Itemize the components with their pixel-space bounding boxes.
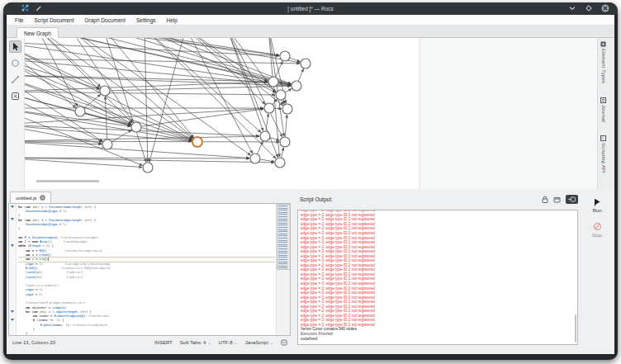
graph-node[interactable] [301,59,310,69]
right-sidebar-tabs: Element Types Journal Scripting API [597,38,614,189]
graph-node-selected[interactable] [192,137,202,147]
script-editor[interactable]: for (var i=0; i < Document.nodes.length;… [8,203,291,336]
close-tab-icon[interactable] [40,195,45,201]
graph-edge[interactable] [145,38,148,162]
window-title: [ untitled ]* — Rocs [3,6,618,12]
delete-tool[interactable] [9,90,21,102]
fold-marker[interactable] [11,206,14,208]
run-play-icon [593,198,601,206]
graph-toolbar [7,38,25,189]
pointer-icon [12,42,20,51]
run-controls: Run Stop [580,189,614,354]
editor-statusbar: Line 13, Column 20 INSERT Soft Tabs: 4⌄ … [8,336,291,348]
graph-edge[interactable] [149,38,186,162]
editor-minimap[interactable] [276,204,290,335]
encoding-select[interactable]: UTF-8⌄ [219,340,238,345]
graph-edge[interactable] [227,38,277,157]
language-select[interactable]: JavaScript⌄ [245,340,273,345]
graph-node[interactable] [131,122,141,132]
graph-node[interactable] [276,90,286,100]
script-output-console[interactable]: edge.type = 2: edge type ID 2 not regist… [297,210,578,345]
chevron-down-icon: ⌄ [235,340,238,345]
graph-node[interactable] [143,163,153,173]
graph-node[interactable] [292,81,301,91]
menu-settings[interactable]: Settings [136,17,156,23]
titlebar[interactable]: [ untitled ]* — Rocs [3,2,618,15]
graph-node[interactable] [280,51,290,61]
code-fold-margin[interactable] [9,204,17,335]
close-button[interactable] [601,4,609,12]
element-types-icon [600,41,606,47]
output-result-line: undefined [301,336,572,341]
graph-node[interactable] [260,131,270,141]
graph-edge[interactable] [186,38,253,154]
fold-marker[interactable] [11,244,14,247]
app-icon [21,4,29,12]
graph-edge[interactable] [145,38,291,84]
tab-journal[interactable]: Journal [600,97,606,122]
graph-node[interactable] [250,154,260,163]
stop-button[interactable]: Stop [580,222,614,238]
tab-scripting-api[interactable]: Scripting API [600,135,606,173]
graph-node[interactable] [264,103,274,113]
cursor-position[interactable]: Line 13, Column 20 [12,340,55,345]
graph-node[interactable] [75,106,85,116]
code-area[interactable]: for (var i=0; i < Document.nodes.length;… [18,205,275,335]
graph-node[interactable] [102,139,112,149]
canvas-horizontal-scrollbar[interactable] [36,180,99,182]
scripting-api-icon [600,135,606,141]
editor-tab-untitled-js[interactable]: untitled.js [10,191,51,203]
create-node-tool[interactable] [9,57,21,69]
run-button[interactable]: Run [580,198,614,213]
graph-edge[interactable] [103,38,279,55]
graph-scene[interactable] [25,38,597,189]
graph-edge[interactable] [25,158,249,158]
text-cursor [48,258,49,261]
tab-new-graph[interactable]: New Graph [17,27,59,38]
lock-icon[interactable] [542,196,548,203]
output-scrollbar[interactable] [575,314,577,343]
script-output-label: Script Output: [300,196,333,202]
editor-tab-label: untitled.js [16,196,36,201]
graph-edge[interactable] [25,42,100,88]
maximize-button[interactable] [585,4,593,12]
circle-icon [11,59,20,68]
menu-graph-document[interactable]: Graph Document [85,17,126,23]
graph-edge[interactable] [25,92,275,95]
insert-mode[interactable]: INSERT [154,340,173,345]
menubar: FileScript DocumentGraph DocumentSetting… [7,15,614,26]
select-move-tool[interactable] [9,40,21,53]
menu-file[interactable]: File [15,17,23,23]
graph-edge[interactable] [25,59,300,64]
statusbar-settings-icon[interactable] [281,339,287,346]
console-icon [568,196,576,202]
menu-script-document[interactable]: Script Document [34,17,73,23]
window-content: FileScript DocumentGraph DocumentSetting… [7,15,614,354]
graph-node[interactable] [282,104,292,114]
graph-edge[interactable] [25,141,249,158]
graph-canvas[interactable] [25,38,597,189]
fold-marker[interactable] [11,218,14,220]
output-lines: edge.type = 2: edge type ID 2 not regist… [301,210,572,341]
graph-node[interactable] [100,86,110,96]
edge-line-icon [11,75,20,84]
edit-pen-icon [36,5,42,12]
graph-document-tabbar: New Graph [7,26,614,38]
console-toggle-button[interactable] [566,195,578,204]
journal-icon [600,97,606,103]
graph-node[interactable] [280,137,290,147]
create-edge-tool[interactable] [9,73,21,86]
graph-node[interactable] [268,77,278,87]
minimize-button[interactable] [568,4,576,12]
soft-tabs-select[interactable]: Soft Tabs: 4⌄ [180,340,211,345]
graph-edge[interactable] [25,141,279,142]
code-line[interactable]: } [18,332,275,335]
detach-window-icon[interactable] [553,196,561,203]
fold-marker[interactable] [11,310,14,313]
chevron-down-icon: ⌄ [207,340,211,345]
graph-node[interactable] [275,158,285,168]
fold-marker[interactable] [11,319,14,321]
rocs-window: [ untitled ]* — Rocs FileScript Document… [3,2,618,360]
menu-help[interactable]: Help [167,17,178,23]
tab-element-types[interactable]: Element Types [600,41,606,83]
